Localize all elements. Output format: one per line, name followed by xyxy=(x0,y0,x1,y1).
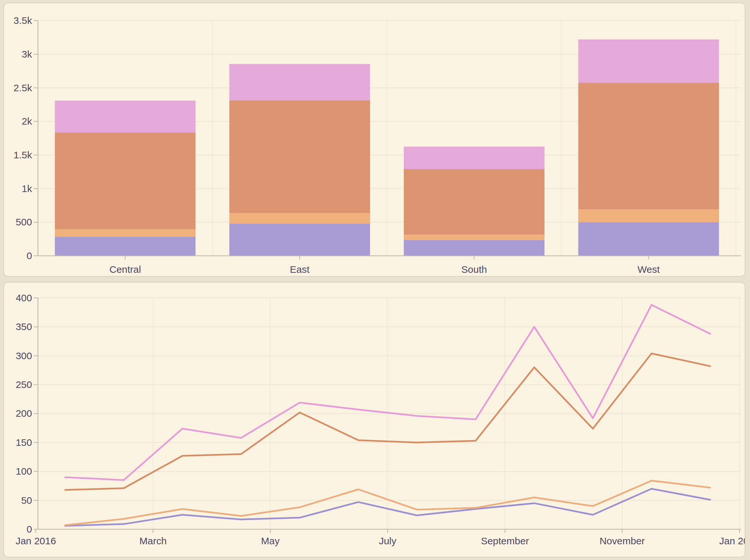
bar-segment-purple-west[interactable] xyxy=(578,222,719,256)
category-label-east: East xyxy=(290,264,310,275)
bar-segment-light-orange-east[interactable] xyxy=(230,213,370,224)
bar-segment-purple-central[interactable] xyxy=(55,237,196,256)
y-axis-label: 50 xyxy=(21,495,32,506)
y-axis-label: 100 xyxy=(16,466,32,477)
y-axis-label: 1k xyxy=(22,183,33,194)
bar-segment-salmon-west[interactable] xyxy=(578,83,719,209)
bar-segment-pink-central[interactable] xyxy=(55,101,196,133)
line-chart-panel: 050100150200250300350400Jan 2016MarchMay… xyxy=(3,282,745,557)
x-axis-label-november: November xyxy=(599,536,645,546)
bar-segment-light-orange-central[interactable] xyxy=(55,229,196,237)
bar-segment-salmon-south[interactable] xyxy=(404,169,545,235)
x-axis-label-jan-2016: Jan 2016 xyxy=(16,536,56,546)
x-axis-label-may: May xyxy=(261,536,280,546)
y-axis-label: 400 xyxy=(16,293,32,303)
line-chart: 050100150200250300350400Jan 2016MarchMay… xyxy=(4,283,745,557)
y-axis-label: 3k xyxy=(22,49,33,60)
y-axis-label: 1.5k xyxy=(14,149,33,160)
stacked-bar-chart-panel: 05001k1.5k2k2.5k3k3.5kCentralEastSouthWe… xyxy=(3,3,745,277)
category-label-central: Central xyxy=(109,264,141,275)
y-axis-label: 300 xyxy=(16,350,32,361)
y-axis-label: 3.5k xyxy=(14,15,33,26)
bar-segment-salmon-east[interactable] xyxy=(230,100,370,213)
bar-segment-salmon-central[interactable] xyxy=(55,133,196,229)
y-axis-label: 350 xyxy=(16,321,32,332)
page-root: { "theme": { "page_bg": "#e9e2d2", "pane… xyxy=(0,0,750,560)
x-axis-label-september: September xyxy=(481,536,529,546)
bar-segment-pink-south[interactable] xyxy=(404,146,545,169)
category-label-south: South xyxy=(461,264,487,275)
bar-segment-light-orange-west[interactable] xyxy=(578,209,719,222)
stacked-bar-chart: 05001k1.5k2k2.5k3k3.5kCentralEastSouthWe… xyxy=(4,3,745,276)
y-axis-label: 250 xyxy=(16,379,32,390)
y-axis-label: 200 xyxy=(16,408,32,419)
x-axis-label-july: July xyxy=(379,536,396,546)
x-axis-label-jan-2017: Jan 2017 xyxy=(719,536,745,546)
y-axis-label: 500 xyxy=(16,217,32,227)
x-axis-label-march: March xyxy=(139,536,166,546)
y-axis-label: 150 xyxy=(16,437,32,448)
y-axis-label: 0 xyxy=(26,250,32,261)
category-label-west: West xyxy=(637,264,660,275)
bar-segment-purple-south[interactable] xyxy=(404,240,545,256)
y-axis-label: 0 xyxy=(26,524,32,535)
bar-segment-pink-east[interactable] xyxy=(230,64,370,100)
bar-segment-pink-west[interactable] xyxy=(578,40,719,83)
y-axis-label: 2.5k xyxy=(14,82,33,93)
y-axis-label: 2k xyxy=(22,116,33,126)
bar-segment-light-orange-south[interactable] xyxy=(404,235,545,240)
bar-segment-purple-east[interactable] xyxy=(230,223,370,256)
